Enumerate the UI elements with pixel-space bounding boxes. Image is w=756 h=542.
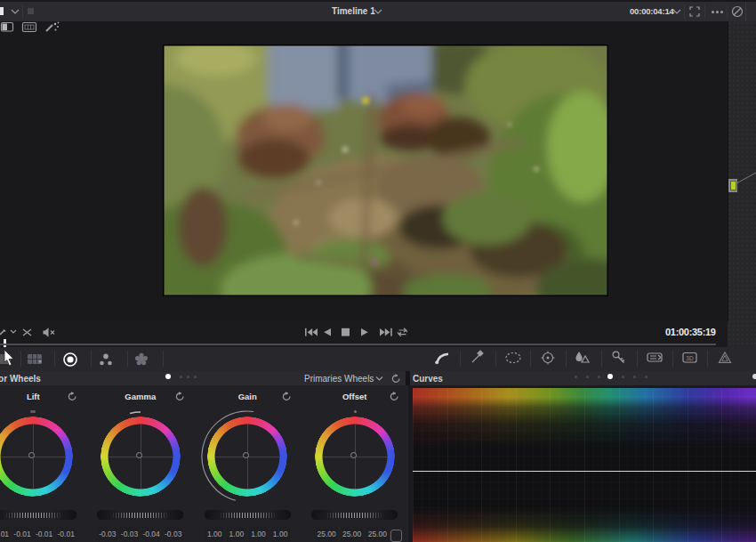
svg-text:3D: 3D <box>686 355 694 361</box>
